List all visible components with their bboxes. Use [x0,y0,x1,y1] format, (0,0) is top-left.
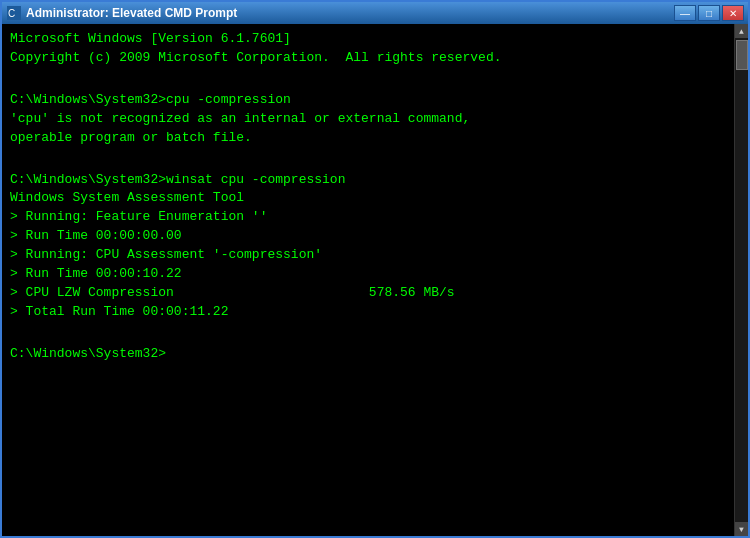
console-line: C:\Windows\System32>cpu -compression [10,91,726,110]
console-line: 'cpu' is not recognized as an internal o… [10,110,726,129]
window-title: Administrator: Elevated CMD Prompt [26,6,237,20]
scrollbar: ▲ ▼ [734,24,748,536]
console-empty-line [10,321,726,344]
console-area: Microsoft Windows [Version 6.1.7601]Copy… [2,24,748,536]
console-line: C:\Windows\System32> [10,345,726,364]
close-button[interactable]: ✕ [722,5,744,21]
cmd-icon: C [6,5,22,21]
console-empty-line [10,147,726,170]
console-line: C:\Windows\System32>winsat cpu -compress… [10,171,726,190]
console-line: > Running: CPU Assessment '-compression' [10,246,726,265]
console-line: > Run Time 00:00:10.22 [10,265,726,284]
console-line: > Run Time 00:00:00.00 [10,227,726,246]
console-line: Windows System Assessment Tool [10,189,726,208]
console-line: > CPU LZW Compression 578.56 MB/s [10,284,726,303]
console-line: > Total Run Time 00:00:11.22 [10,303,726,322]
console-line: > Running: Feature Enumeration '' [10,208,726,227]
console-line: Microsoft Windows [Version 6.1.7601] [10,30,726,49]
title-bar-left: C Administrator: Elevated CMD Prompt [6,5,237,21]
svg-text:C: C [8,8,15,19]
maximize-button[interactable]: □ [698,5,720,21]
title-bar: C Administrator: Elevated CMD Prompt — □… [2,2,748,24]
scroll-thumb[interactable] [736,40,748,70]
scroll-up-button[interactable]: ▲ [735,24,749,38]
scroll-down-button[interactable]: ▼ [735,522,749,536]
console-empty-line [10,68,726,91]
minimize-button[interactable]: — [674,5,696,21]
scroll-track [735,38,748,522]
console-line: operable program or batch file. [10,129,726,148]
console-content[interactable]: Microsoft Windows [Version 6.1.7601]Copy… [2,24,734,536]
cmd-window: C Administrator: Elevated CMD Prompt — □… [0,0,750,538]
title-bar-buttons: — □ ✕ [674,5,744,21]
console-line: Copyright (c) 2009 Microsoft Corporation… [10,49,726,68]
